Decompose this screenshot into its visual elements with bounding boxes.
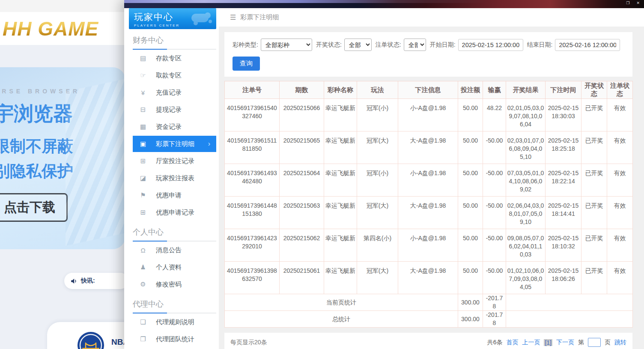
- hh-game-logo: HH GAME: [3, 17, 98, 40]
- prev-page-link[interactable]: 上一页: [522, 339, 540, 346]
- start-date-input[interactable]: [458, 39, 523, 51]
- cell: 02,06,04,03,08,01,07,05,09,10: [506, 197, 546, 229]
- page-number-input[interactable]: [588, 338, 601, 347]
- col-header: 开奖状态: [581, 81, 607, 99]
- cell: 幸运飞艇新: [324, 262, 357, 294]
- section-label: 个人中心: [133, 221, 216, 241]
- current-page: [1]: [544, 339, 552, 346]
- sidebar-item-label: 彩票下注明细: [156, 140, 194, 148]
- next-page-link[interactable]: 下一页: [556, 339, 574, 346]
- summary-bet-total: 300.00: [458, 311, 483, 328]
- cell: 50.00: [458, 131, 483, 164]
- sidebar-item-promo-application-records[interactable]: ⊞ 优惠申请记录: [133, 204, 216, 221]
- col-header: 期数: [280, 81, 324, 99]
- cell: 有效: [607, 229, 633, 262]
- table-row: 40156917396154032746020250215066幸运飞艇新冠军(…: [225, 99, 633, 131]
- cell: 第四名(小): [357, 229, 398, 262]
- sidebar-item-change-password[interactable]: ⚙ 修改密码: [133, 276, 216, 293]
- page-header: ☰ 彩票下注明细: [219, 8, 644, 27]
- cell: 02,01,05,03,09,07,08,10,06,04: [506, 99, 546, 131]
- site-top-strip: [0, 0, 128, 12]
- cell: 有效: [607, 131, 633, 164]
- order-status-select[interactable]: 全部: [404, 39, 426, 51]
- sidebar-item-promo-application[interactable]: ⚑ 优惠申请: [133, 187, 216, 204]
- gear-icon: ⚙: [139, 280, 147, 288]
- bets-table-wrap: 注单号 期数 彩种名称 玩法 下注信息 投注额 输赢 开奖结果 下注时间 开奖状…: [224, 81, 632, 328]
- cell: -50.00: [483, 229, 506, 262]
- window-titlebar: ❐ ✕: [124, 0, 644, 8]
- hamburger-icon[interactable]: ☰: [230, 13, 236, 21]
- team-logo-icon: [77, 331, 104, 349]
- start-date-label: 开始日期:: [430, 41, 456, 49]
- lottery-type-select[interactable]: 全部彩种: [261, 39, 312, 51]
- sidebar-item-player-bet-report[interactable]: ◪ 玩家投注报表: [133, 170, 216, 187]
- section-divider: [133, 313, 216, 313]
- sidebar-item-lottery-bet-details[interactable]: ▣ 彩票下注明细 ›: [133, 136, 216, 152]
- close-icon[interactable]: ✕: [636, 0, 640, 6]
- player-center-window: ❐ ✕ 玩家中心 PLAYERS CENTER 财务中心: [124, 0, 644, 349]
- ticker-label: 快讯:: [81, 277, 95, 285]
- bank-card-icon: ▤: [139, 54, 147, 62]
- draw-status-label: 开奖状态:: [316, 41, 342, 49]
- cell: 2025-02-15 18:25:18: [546, 131, 581, 164]
- cell: 401569173961493462480: [225, 164, 280, 197]
- sidebar-item-hall-bet-records[interactable]: ⊞ 厅室投注记录: [133, 152, 216, 170]
- banner-title: 宇浏览器: [0, 101, 111, 127]
- cell: 401569173961448151380: [225, 197, 280, 229]
- maximize-icon[interactable]: ❐: [626, 0, 629, 6]
- sidebar-item-funds-records[interactable]: ▦ 资金记录: [133, 118, 216, 135]
- cell: 冠军(大): [357, 262, 398, 294]
- cell: 幸运飞艇新: [324, 229, 357, 262]
- cell: 大-A盘@1.98: [398, 131, 458, 164]
- section-agent: 代理中心: [124, 293, 219, 313]
- coupon-icon: ⚑: [139, 191, 147, 199]
- col-header: 注单号: [225, 81, 280, 99]
- list-grid-icon: ⊞: [139, 157, 147, 165]
- section-divider: [133, 241, 216, 242]
- cell: 已开奖: [581, 197, 607, 229]
- cell: 已开奖: [581, 99, 607, 131]
- cell: 2025-02-15 18:14:41: [546, 197, 581, 229]
- sidebar-item-agent-team-stats[interactable]: ❐ 代理团队统计: [133, 331, 216, 348]
- sidebar-item-withdrawal-records[interactable]: ⊟ 提现记录: [133, 101, 216, 118]
- col-header: 下注信息: [398, 81, 458, 99]
- cell: 已开奖: [581, 131, 607, 164]
- download-button[interactable]: 点击下载: [0, 193, 68, 222]
- cell: 2025-02-15 18:22:14: [546, 164, 581, 197]
- nba-card[interactable]: NBA: [47, 322, 128, 349]
- search-button[interactable]: 查询: [233, 57, 260, 71]
- sidebar-item-deposit-zone[interactable]: ▤ 存款专区: [133, 50, 216, 67]
- cell: 50.00: [458, 99, 483, 131]
- col-header: 彩种名称: [324, 81, 357, 99]
- background-site: HH GAME ERSE BROWSER 宇浏览器 限制不屏蔽 别隐私保护 点击…: [0, 0, 128, 349]
- browser-promo-banner[interactable]: ERSE BROWSER 宇浏览器 限制不屏蔽 别隐私保护 点击下载: [0, 67, 125, 249]
- cell: 小-A盘@1.98: [398, 164, 458, 197]
- end-date-input[interactable]: [555, 39, 620, 51]
- banner-content: ERSE BROWSER 宇浏览器 限制不屏蔽 别隐私保护 点击下载: [0, 88, 111, 222]
- cell: 冠军(小): [357, 164, 398, 197]
- sidebar-item-agent-rules[interactable]: ❏ 代理规则说明: [133, 313, 216, 331]
- col-header: 输赢: [483, 81, 506, 99]
- list-doc-icon: ▣: [139, 140, 147, 148]
- jump-link[interactable]: 跳转: [614, 339, 626, 346]
- col-header: 玩法: [357, 81, 398, 99]
- page-prefix: 第: [578, 339, 584, 346]
- list-grid-icon: ⊞: [139, 209, 147, 216]
- cell: 401569173961423292010: [225, 229, 280, 262]
- first-page-link[interactable]: 首页: [506, 339, 518, 346]
- sidebar-item-news-announcements[interactable]: Ω 消息公告: [133, 242, 216, 259]
- sidebar-item-recharge-records[interactable]: ¥ 充值记录: [133, 84, 216, 101]
- banner-subtitle: ERSE BROWSER: [0, 88, 111, 95]
- table-row: 40156917396151181185020250215065幸运飞艇新冠军(…: [225, 131, 633, 164]
- bets-table: 注单号 期数 彩种名称 玩法 下注信息 投注额 输赢 开奖结果 下注时间 开奖状…: [224, 81, 633, 328]
- cell: 20250215061: [280, 262, 324, 294]
- sidebar-item-withdraw-zone[interactable]: ☞ 取款专区: [133, 67, 216, 84]
- col-header: 注单状态: [607, 81, 633, 99]
- sidebar: 玩家中心 PLAYERS CENTER 财务中心 ▤ 存款专区: [124, 8, 219, 349]
- draw-status-select[interactable]: 全部: [344, 39, 372, 51]
- cell: 已开奖: [581, 164, 607, 197]
- sidebar-item-personal-profile[interactable]: ♟ 个人资料: [133, 259, 216, 276]
- sidebar-item-label: 充值记录: [156, 89, 182, 97]
- sidebar-item-label: 修改密码: [156, 280, 182, 289]
- page-title: 彩票下注明细: [240, 13, 279, 21]
